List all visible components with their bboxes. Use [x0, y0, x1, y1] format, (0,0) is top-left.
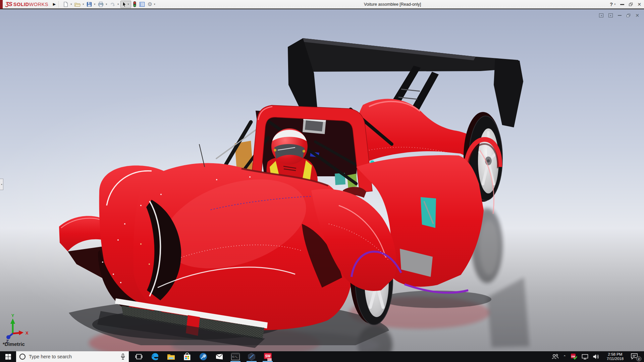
undo-button[interactable]: [109, 1, 116, 8]
triad-y-label: Y: [11, 313, 14, 318]
svg-text:C:\_: C:\_: [232, 356, 238, 358]
svg-text:2017: 2017: [267, 359, 272, 361]
settings-caret-icon[interactable]: ▾: [154, 3, 155, 6]
start-button[interactable]: [0, 351, 16, 362]
select-tool-button[interactable]: ▾: [120, 1, 131, 8]
3d-model-race-car[interactable]: Y X Z: [0, 9, 644, 352]
task-view-button[interactable]: [131, 351, 147, 362]
solidworks-2017-icon: SW 2017: [264, 353, 272, 361]
solidworks-mark-icon: ƷS: [5, 1, 12, 8]
select-caret-icon[interactable]: ▾: [127, 3, 129, 6]
traffic-light-icon: [132, 1, 137, 7]
command-prompt-button[interactable]: C:\_: [227, 351, 244, 362]
save-button[interactable]: [86, 1, 93, 8]
save-icon: [86, 1, 92, 7]
tray-time: 2:58 PM: [604, 352, 626, 357]
windows-taskbar: C:\_ SW 2017: [0, 351, 644, 362]
network-icon[interactable]: [582, 354, 588, 360]
solidworks-2017-button[interactable]: SW 2017: [260, 351, 276, 362]
solidworks-logo: ƷS SOLID WORKS: [5, 0, 48, 9]
cortana-icon: [19, 354, 25, 360]
options-list-button[interactable]: [138, 1, 146, 8]
support-wrench-icon: [199, 353, 207, 361]
mail-icon: [215, 353, 223, 360]
system-tray: ⌃ SW 2:58 PM 7/11/2018: [551, 351, 644, 362]
brand-works: WORKS: [29, 2, 48, 7]
brand-red-strip: [0, 0, 3, 9]
toolbar-separator: [58, 1, 59, 8]
windows-logo-icon: [5, 354, 11, 360]
titlebar: ƷS SOLID WORKS ▶ ▾ ▾: [0, 0, 644, 9]
action-center-button[interactable]: 2: [631, 353, 641, 361]
edge-button[interactable]: [147, 351, 163, 362]
solidworks-tray-icon[interactable]: SW: [571, 353, 577, 360]
taskbar-search[interactable]: [16, 351, 129, 362]
window-title: Voiture assomblee [Read-only]: [364, 2, 421, 7]
taskbar-clock[interactable]: 2:58 PM 7/11/2018: [604, 352, 626, 361]
store-button[interactable]: [179, 351, 195, 362]
svg-text:SW: SW: [571, 355, 575, 358]
undo-icon: [109, 1, 116, 7]
open-button[interactable]: [73, 1, 82, 8]
notification-count-badge: 2: [636, 356, 641, 361]
brand-solid: SOLID: [13, 2, 29, 7]
desktop-screen: ƷS SOLID WORKS ▶ ▾ ▾: [0, 0, 644, 362]
file-explorer-icon: [167, 353, 175, 360]
tray-date: 7/11/2018: [604, 357, 626, 361]
triad-x-label: X: [25, 330, 29, 336]
help-caret-icon[interactable]: ▾: [614, 0, 615, 9]
print-caret-icon[interactable]: ▾: [106, 3, 107, 6]
people-icon[interactable]: [551, 354, 559, 360]
print-button[interactable]: [97, 1, 105, 8]
close-button[interactable]: ✕: [637, 0, 641, 9]
graphics-viewport[interactable]: ◂ ▸ ✕ ◂: [0, 9, 644, 351]
file-explorer-button[interactable]: [163, 351, 179, 362]
settings-button[interactable]: ⚙: [147, 1, 153, 8]
open-caret-icon[interactable]: ▾: [83, 3, 84, 6]
support-assist-button[interactable]: [195, 351, 211, 362]
quick-access-toolbar: ▾ ▾ ▾: [62, 0, 156, 8]
hexagon-app-button[interactable]: [244, 351, 260, 362]
windscreen-camera-box[interactable]: [303, 118, 326, 134]
select-cursor-icon: [122, 1, 127, 7]
hexagon-app-icon: [248, 353, 256, 361]
speaker-icon[interactable]: [593, 354, 600, 360]
tray-expand-chevron-icon[interactable]: ⌃: [563, 355, 566, 359]
window-controls: ? ▾ ✕: [610, 0, 641, 9]
properties-list-icon: [139, 1, 145, 7]
microphone-icon[interactable]: [120, 353, 125, 360]
svg-text:SW: SW: [265, 354, 271, 358]
rebuild-button[interactable]: [132, 0, 138, 8]
new-document-button[interactable]: [62, 1, 69, 8]
search-input[interactable]: [29, 354, 109, 359]
undo-caret-icon[interactable]: ▾: [117, 3, 119, 6]
gear-icon: ⚙: [147, 1, 152, 7]
view-orientation-label: *Dimetric: [3, 341, 25, 347]
task-view-icon: [135, 353, 143, 360]
edge-icon: [151, 353, 159, 361]
restore-button[interactable]: [629, 3, 633, 6]
new-document-icon: [63, 1, 69, 7]
open-folder-icon: [74, 1, 81, 7]
minimize-button[interactable]: [620, 4, 624, 5]
taskbar-apps: C:\_ SW 2017: [131, 351, 276, 362]
menu-flyout-arrow-icon[interactable]: ▶: [53, 2, 56, 6]
command-prompt-icon: C:\_: [231, 353, 240, 360]
store-icon: [183, 353, 191, 361]
mail-button[interactable]: [211, 351, 227, 362]
save-caret-icon[interactable]: ▾: [94, 3, 95, 6]
print-icon: [98, 1, 104, 7]
reference-triad: Y X Z: [6, 313, 29, 344]
help-button[interactable]: ?: [610, 0, 613, 9]
new-caret-icon[interactable]: ▾: [70, 3, 72, 6]
